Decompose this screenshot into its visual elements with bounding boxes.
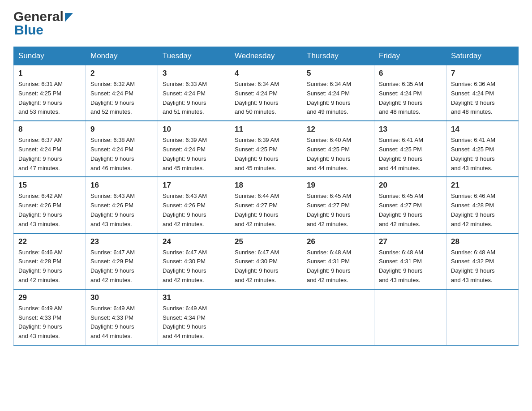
page-header: General Blue — [13, 9, 519, 38]
calendar-cell: 10Sunrise: 6:39 AMSunset: 4:24 PMDayligh… — [158, 121, 230, 177]
day-info: Sunrise: 6:43 AMSunset: 4:26 PMDaylight:… — [90, 192, 153, 229]
header-thursday: Thursday — [302, 47, 374, 65]
calendar-cell — [302, 289, 374, 345]
calendar-cell: 30Sunrise: 6:49 AMSunset: 4:33 PMDayligh… — [86, 289, 158, 345]
calendar-cell: 3Sunrise: 6:33 AMSunset: 4:24 PMDaylight… — [158, 65, 230, 121]
calendar-cell: 26Sunrise: 6:48 AMSunset: 4:31 PMDayligh… — [302, 233, 374, 289]
day-number: 17 — [163, 181, 225, 190]
calendar-cell: 21Sunrise: 6:46 AMSunset: 4:28 PMDayligh… — [446, 177, 519, 233]
day-number: 29 — [18, 293, 81, 302]
svg-marker-0 — [65, 13, 73, 22]
calendar-cell: 8Sunrise: 6:37 AMSunset: 4:24 PMDaylight… — [14, 121, 86, 177]
day-info: Sunrise: 6:49 AMSunset: 4:33 PMDaylight:… — [90, 304, 153, 341]
day-number: 4 — [235, 69, 297, 78]
calendar-week-row: 22Sunrise: 6:46 AMSunset: 4:28 PMDayligh… — [14, 233, 519, 289]
day-number: 14 — [451, 125, 514, 134]
calendar-cell: 18Sunrise: 6:44 AMSunset: 4:27 PMDayligh… — [230, 177, 302, 233]
calendar-cell: 9Sunrise: 6:38 AMSunset: 4:24 PMDaylight… — [86, 121, 158, 177]
day-info: Sunrise: 6:39 AMSunset: 4:24 PMDaylight:… — [163, 136, 225, 173]
header-tuesday: Tuesday — [158, 47, 230, 65]
calendar-cell: 15Sunrise: 6:42 AMSunset: 4:26 PMDayligh… — [14, 177, 86, 233]
day-info: Sunrise: 6:49 AMSunset: 4:33 PMDaylight:… — [18, 304, 81, 341]
day-number: 28 — [451, 237, 514, 246]
day-number: 23 — [90, 237, 153, 246]
calendar-cell: 16Sunrise: 6:43 AMSunset: 4:26 PMDayligh… — [86, 177, 158, 233]
day-number: 18 — [235, 181, 297, 190]
calendar-table: SundayMondayTuesdayWednesdayThursdayFrid… — [13, 47, 519, 346]
calendar-cell — [374, 289, 446, 345]
calendar-week-row: 8Sunrise: 6:37 AMSunset: 4:24 PMDaylight… — [14, 121, 519, 177]
day-info: Sunrise: 6:38 AMSunset: 4:24 PMDaylight:… — [90, 136, 153, 173]
day-info: Sunrise: 6:43 AMSunset: 4:26 PMDaylight:… — [163, 192, 225, 229]
calendar-cell: 31Sunrise: 6:49 AMSunset: 4:34 PMDayligh… — [158, 289, 230, 345]
day-info: Sunrise: 6:47 AMSunset: 4:29 PMDaylight:… — [90, 248, 153, 285]
calendar-cell: 27Sunrise: 6:48 AMSunset: 4:31 PMDayligh… — [374, 233, 446, 289]
day-info: Sunrise: 6:45 AMSunset: 4:27 PMDaylight:… — [379, 192, 442, 229]
calendar-cell: 28Sunrise: 6:48 AMSunset: 4:32 PMDayligh… — [446, 233, 519, 289]
calendar-cell: 6Sunrise: 6:35 AMSunset: 4:24 PMDaylight… — [374, 65, 446, 121]
calendar-header-row: SundayMondayTuesdayWednesdayThursdayFrid… — [14, 47, 519, 65]
day-number: 31 — [163, 293, 225, 302]
day-number: 15 — [18, 181, 81, 190]
calendar-cell — [230, 289, 302, 345]
calendar-cell: 29Sunrise: 6:49 AMSunset: 4:33 PMDayligh… — [14, 289, 86, 345]
header-saturday: Saturday — [446, 47, 519, 65]
day-number: 11 — [235, 125, 297, 134]
day-info: Sunrise: 6:39 AMSunset: 4:25 PMDaylight:… — [235, 136, 297, 173]
day-number: 27 — [379, 237, 442, 246]
day-number: 16 — [90, 181, 153, 190]
day-info: Sunrise: 6:40 AMSunset: 4:25 PMDaylight:… — [307, 136, 369, 173]
day-info: Sunrise: 6:48 AMSunset: 4:31 PMDaylight:… — [307, 248, 369, 285]
day-number: 21 — [451, 181, 514, 190]
calendar-cell: 13Sunrise: 6:41 AMSunset: 4:25 PMDayligh… — [374, 121, 446, 177]
day-info: Sunrise: 6:42 AMSunset: 4:26 PMDaylight:… — [18, 192, 81, 229]
day-info: Sunrise: 6:41 AMSunset: 4:25 PMDaylight:… — [451, 136, 514, 173]
header-sunday: Sunday — [14, 47, 86, 65]
logo: General Blue — [13, 9, 73, 38]
calendar-cell: 14Sunrise: 6:41 AMSunset: 4:25 PMDayligh… — [446, 121, 519, 177]
day-info: Sunrise: 6:31 AMSunset: 4:25 PMDaylight:… — [18, 80, 81, 117]
day-number: 20 — [379, 181, 442, 190]
calendar-cell: 12Sunrise: 6:40 AMSunset: 4:25 PMDayligh… — [302, 121, 374, 177]
header-monday: Monday — [86, 47, 158, 65]
day-info: Sunrise: 6:32 AMSunset: 4:24 PMDaylight:… — [90, 80, 153, 117]
calendar-cell: 19Sunrise: 6:45 AMSunset: 4:27 PMDayligh… — [302, 177, 374, 233]
day-number: 24 — [163, 237, 225, 246]
day-info: Sunrise: 6:46 AMSunset: 4:28 PMDaylight:… — [18, 248, 81, 285]
day-info: Sunrise: 6:48 AMSunset: 4:31 PMDaylight:… — [379, 248, 442, 285]
logo-general-text: General — [13, 9, 64, 24]
day-number: 26 — [307, 237, 369, 246]
day-number: 3 — [163, 69, 225, 78]
day-number: 1 — [18, 69, 81, 78]
logo-blue-text: Blue — [14, 22, 73, 38]
calendar-cell: 24Sunrise: 6:47 AMSunset: 4:30 PMDayligh… — [158, 233, 230, 289]
day-info: Sunrise: 6:37 AMSunset: 4:24 PMDaylight:… — [18, 136, 81, 173]
calendar-week-row: 1Sunrise: 6:31 AMSunset: 4:25 PMDaylight… — [14, 65, 519, 121]
day-number: 22 — [18, 237, 81, 246]
calendar-cell: 1Sunrise: 6:31 AMSunset: 4:25 PMDaylight… — [14, 65, 86, 121]
calendar-cell: 20Sunrise: 6:45 AMSunset: 4:27 PMDayligh… — [374, 177, 446, 233]
day-number: 7 — [451, 69, 514, 78]
day-info: Sunrise: 6:48 AMSunset: 4:32 PMDaylight:… — [451, 248, 514, 285]
header-wednesday: Wednesday — [230, 47, 302, 65]
day-info: Sunrise: 6:47 AMSunset: 4:30 PMDaylight:… — [235, 248, 297, 285]
day-info: Sunrise: 6:33 AMSunset: 4:24 PMDaylight:… — [163, 80, 225, 117]
day-info: Sunrise: 6:34 AMSunset: 4:24 PMDaylight:… — [307, 80, 369, 117]
calendar-week-row: 29Sunrise: 6:49 AMSunset: 4:33 PMDayligh… — [14, 289, 519, 345]
day-number: 12 — [307, 125, 369, 134]
day-info: Sunrise: 6:34 AMSunset: 4:24 PMDaylight:… — [235, 80, 297, 117]
logo-arrow-icon — [65, 13, 73, 22]
day-info: Sunrise: 6:44 AMSunset: 4:27 PMDaylight:… — [235, 192, 297, 229]
day-info: Sunrise: 6:36 AMSunset: 4:24 PMDaylight:… — [451, 80, 514, 117]
day-info: Sunrise: 6:35 AMSunset: 4:24 PMDaylight:… — [379, 80, 442, 117]
calendar-cell — [446, 289, 519, 345]
day-number: 5 — [307, 69, 369, 78]
day-number: 30 — [90, 293, 153, 302]
calendar-cell: 7Sunrise: 6:36 AMSunset: 4:24 PMDaylight… — [446, 65, 519, 121]
calendar-cell: 5Sunrise: 6:34 AMSunset: 4:24 PMDaylight… — [302, 65, 374, 121]
calendar-cell: 17Sunrise: 6:43 AMSunset: 4:26 PMDayligh… — [158, 177, 230, 233]
day-number: 10 — [163, 125, 225, 134]
day-info: Sunrise: 6:49 AMSunset: 4:34 PMDaylight:… — [163, 304, 225, 341]
day-info: Sunrise: 6:46 AMSunset: 4:28 PMDaylight:… — [451, 192, 514, 229]
day-number: 2 — [90, 69, 153, 78]
